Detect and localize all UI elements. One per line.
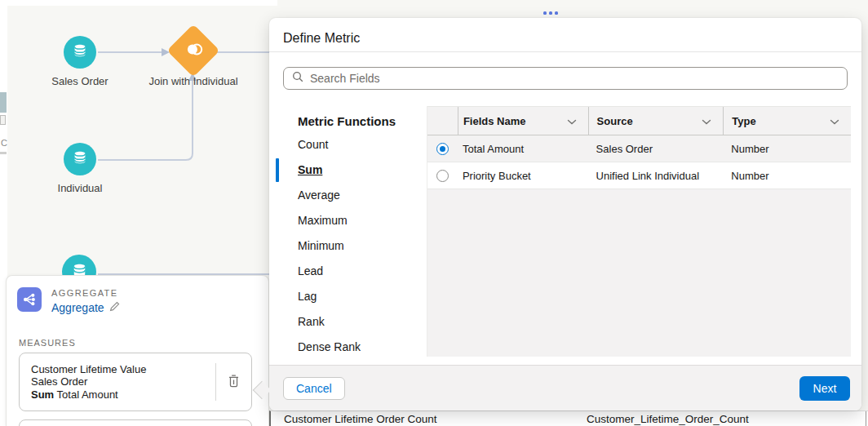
measure-source: Sales Order (31, 375, 215, 388)
node-label-sales-order: Sales Order (23, 75, 137, 87)
column-divider (866, 411, 866, 426)
radio-selected[interactable] (436, 143, 449, 155)
cell-source: Unified Link Individual (588, 170, 724, 182)
node-type-label: AGGREGATE (51, 288, 117, 298)
function-item-rank[interactable]: Rank (269, 309, 427, 335)
chevron-down-icon[interactable] (830, 115, 839, 127)
database-icon (71, 42, 89, 63)
metric-name: Customer Lifetime Order Count (284, 413, 437, 425)
define-metric-dialog: Define Metric Metric Functions Count Sum… (269, 18, 861, 410)
cell-type: Number (723, 170, 851, 182)
function-item-sum[interactable]: Sum (269, 158, 427, 183)
aggregate-name-link[interactable]: Aggregate (51, 301, 104, 314)
edit-pencil-icon[interactable] (109, 300, 120, 315)
column-header-type[interactable]: Type (723, 107, 851, 135)
column-header-fields-name[interactable]: Fields Name (458, 107, 588, 135)
database-icon (71, 149, 89, 170)
node-label-join: Join with Individual (136, 75, 250, 87)
cancel-button[interactable]: Cancel (283, 377, 345, 400)
background-metric-row: Customer Lifetime Order Count Customer_L… (269, 410, 868, 426)
measure-card[interactable]: Customer Lifetime Value Sales Order Sum … (19, 353, 252, 411)
function-item-lead[interactable]: Lead (269, 259, 427, 284)
measures-section-label: MEASURES (19, 338, 76, 348)
canvas-top-edge (0, 0, 277, 6)
next-button[interactable]: Next (799, 376, 850, 401)
measure-name: Customer Lifetime Value (31, 363, 215, 376)
measure-card-clipped[interactable] (19, 419, 252, 426)
measure-formula: Sum Total Amount (31, 388, 215, 402)
dialog-footer: Cancel Next (269, 365, 861, 410)
table-row[interactable]: Total Amount Sales Order Number (427, 135, 851, 162)
chevron-down-icon[interactable] (567, 115, 577, 127)
cell-type: Number (723, 143, 851, 155)
table-row[interactable]: Priority Bucket Unified Link Individual … (427, 162, 851, 189)
trash-icon[interactable] (228, 374, 240, 391)
header-divider (269, 51, 861, 52)
join-icon (177, 34, 210, 67)
header-radio-spacer (427, 107, 458, 135)
metric-functions-heading: Metric Functions (269, 106, 427, 132)
table-header: Fields Name Source Type (427, 106, 851, 135)
aggregate-panel: AGGREGATE Aggregate MEASURES Customer Li… (6, 275, 269, 426)
function-item-minimum[interactable]: Minimum (269, 233, 427, 259)
column-header-source[interactable]: Source (588, 107, 724, 135)
clipped-line (0, 152, 7, 154)
clipped-thumbnail (0, 92, 7, 113)
dialog-title: Define Metric (283, 31, 360, 46)
selected-indicator (276, 158, 279, 182)
node-label-individual: Individual (23, 182, 137, 194)
function-item-lag[interactable]: Lag (269, 284, 427, 309)
aggregate-icon (17, 287, 42, 312)
search-field[interactable] (283, 67, 848, 90)
chevron-down-icon[interactable] (702, 115, 711, 127)
fields-table: Fields Name Source Type (427, 106, 851, 357)
cell-fields-name: Priority Bucket (458, 170, 588, 182)
cell-fields-name: Total Amount (458, 143, 588, 155)
node-join[interactable] (166, 24, 219, 77)
search-icon (292, 71, 303, 86)
metric-functions-list: Metric Functions Count Sum Average Maxim… (269, 106, 427, 357)
measure-card-text: Customer Lifetime Value Sales Order Sum … (20, 363, 215, 402)
clipped-text: C (1, 138, 7, 148)
node-individual[interactable] (64, 143, 96, 175)
ellipsis-menu-icon[interactable] (543, 11, 558, 15)
clipped-box (0, 115, 6, 125)
function-item-average[interactable]: Average (269, 183, 427, 208)
table-empty-area (427, 189, 851, 357)
cell-source: Sales Order (588, 143, 724, 155)
function-item-maximum[interactable]: Maximum (269, 208, 427, 233)
search-input[interactable] (310, 69, 847, 88)
metric-api-name: Customer_Lifetime_Order_Count (587, 413, 749, 425)
radio-unselected[interactable] (436, 170, 449, 182)
node-sales-order[interactable] (64, 36, 96, 69)
function-item-dense-rank[interactable]: Dense Rank (269, 335, 427, 357)
measure-card-actions (215, 363, 251, 401)
screen: Sales Order Join with Individual Individ… (0, 0, 868, 426)
function-item-count[interactable]: Count (269, 132, 427, 158)
